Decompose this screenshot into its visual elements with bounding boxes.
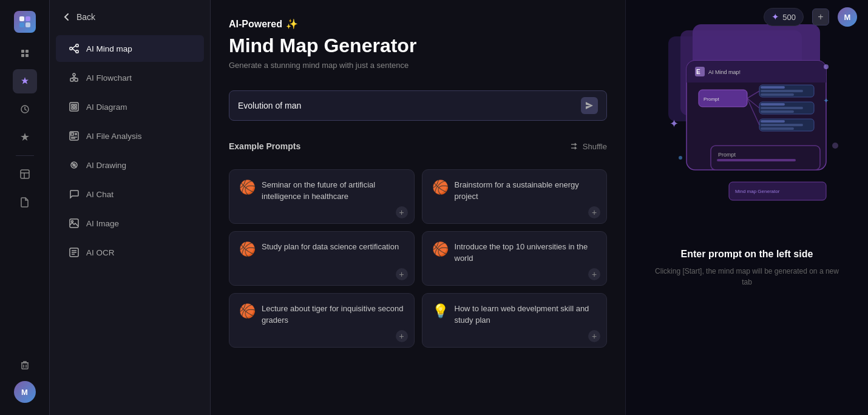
svg-text:Prompt: Prompt xyxy=(718,152,736,158)
nav-item-fileanalysis[interactable]: AI File Analysis xyxy=(56,123,204,149)
prompt-card-0[interactable]: 🏀 Seminar on the future of artificial in… xyxy=(229,169,415,224)
sidebar-icon-favorites[interactable] xyxy=(13,125,37,149)
svg-rect-58 xyxy=(761,86,785,89)
back-label: Back xyxy=(76,12,95,22)
svg-rect-15 xyxy=(70,47,72,50)
prompt-text-0: Seminar on the future of artificial inte… xyxy=(262,180,404,203)
back-button[interactable]: Back xyxy=(50,0,210,34)
nav-label-ocr: AI OCR xyxy=(86,248,115,257)
nav-item-diagram[interactable]: AI Diagram xyxy=(56,93,204,120)
nav-label-diagram: AI Diagram xyxy=(86,103,127,112)
prompt-text-4: Lecture about tiger for inquisitive seco… xyxy=(262,303,404,326)
prompt-card-2[interactable]: 🏀 Study plan for data science certificat… xyxy=(229,231,415,286)
image-icon xyxy=(68,217,80,229)
prompt-card-inner-4: 🏀 Lecture about tiger for inquisitive se… xyxy=(239,303,404,326)
svg-rect-4 xyxy=(21,50,24,53)
icon-bar: M xyxy=(0,0,50,415)
svg-rect-64 xyxy=(761,110,794,113)
topbar: ✦ 500 + M xyxy=(753,0,868,34)
nav-item-flowchart[interactable]: AI Flowchart xyxy=(56,64,204,91)
fileanalysis-icon xyxy=(68,130,80,142)
sidebar-icon-ai[interactable] xyxy=(13,69,37,93)
svg-text:✦: ✦ xyxy=(670,118,679,130)
prompt-text-5: How to learn web develpment skill and st… xyxy=(455,303,597,326)
shuffle-button[interactable]: Shuffle xyxy=(571,142,607,151)
svg-rect-30 xyxy=(75,107,76,109)
prompt-text-1: Brainstorm for a sustainable energy proj… xyxy=(455,180,597,203)
svg-text:✦: ✦ xyxy=(823,96,829,105)
svg-text:E: E xyxy=(696,69,700,75)
drawing-icon xyxy=(68,159,80,171)
nav-label-fileanalysis: AI File Analysis xyxy=(86,132,142,141)
page-header: AI-Powered ✨ Mind Map Generator Generate… xyxy=(229,18,607,81)
prompt-input[interactable] xyxy=(238,101,575,110)
nav-item-image[interactable]: AI Image xyxy=(56,210,204,237)
nav-item-ocr[interactable]: AI OCR xyxy=(56,239,204,266)
page-title: Mind Map Generator xyxy=(229,35,607,57)
prompt-card-1[interactable]: 🏀 Brainstorm for a sustainable energy pr… xyxy=(422,169,608,224)
svg-line-19 xyxy=(72,49,76,52)
shuffle-label: Shuffle xyxy=(583,142,607,151)
prompt-add-1[interactable]: + xyxy=(588,206,600,218)
prompt-card-inner-2: 🏀 Study plan for data science certificat… xyxy=(239,241,404,256)
prompt-add-0[interactable]: + xyxy=(396,206,408,218)
svg-rect-7 xyxy=(25,54,29,57)
svg-rect-51 xyxy=(687,75,826,83)
prompts-title: Example Prompts xyxy=(229,141,300,151)
prompt-emoji-0: 🏀 xyxy=(239,181,256,194)
ai-powered-text: AI-Powered xyxy=(229,19,282,30)
app-logo[interactable] xyxy=(14,11,36,33)
svg-text:Mind map Generator: Mind map Generator xyxy=(735,189,780,194)
svg-rect-60 xyxy=(761,93,794,96)
prompt-add-5[interactable]: + xyxy=(588,330,600,342)
token-count-display: ✦ 500 xyxy=(764,8,804,26)
input-row[interactable] xyxy=(229,90,607,121)
svg-rect-16 xyxy=(76,44,78,47)
sidebar-icon-history[interactable] xyxy=(13,97,37,121)
ocr-icon xyxy=(68,246,80,258)
svg-point-79 xyxy=(832,143,838,149)
svg-rect-5 xyxy=(25,50,29,53)
avatar[interactable]: M xyxy=(838,7,857,27)
prompt-add-4[interactable]: + xyxy=(396,330,408,342)
prompt-card-inner-1: 🏀 Brainstorm for a sustainable energy pr… xyxy=(432,180,597,203)
sidebar-avatar[interactable]: M xyxy=(14,381,36,403)
send-button[interactable] xyxy=(581,97,598,114)
nav-item-chat[interactable]: AI Chat xyxy=(56,181,204,208)
svg-rect-21 xyxy=(70,78,73,81)
mindmap-icon xyxy=(68,42,80,55)
svg-rect-26 xyxy=(70,103,78,111)
prompt-text-3: Introduce the top 10 universities in the… xyxy=(455,241,597,265)
svg-rect-6 xyxy=(21,54,24,57)
svg-rect-72 xyxy=(711,146,820,170)
nav-item-mindmap[interactable]: AI Mind map xyxy=(56,35,204,62)
prompt-card-5[interactable]: 💡 How to learn web develpment skill and … xyxy=(422,293,608,348)
chat-icon xyxy=(68,188,80,200)
right-panel-title: Enter prompt on the left side xyxy=(650,249,844,260)
svg-line-18 xyxy=(72,46,76,49)
prompt-card-3[interactable]: 🏀 Introduce the top 10 universities in t… xyxy=(422,231,608,286)
right-info: Enter prompt on the left side Clicking [… xyxy=(638,243,856,294)
right-illustration: E AI Mind map! Prompt Prompt xyxy=(638,12,856,243)
nav-item-drawing[interactable]: AI Drawing xyxy=(56,152,204,178)
plus-button[interactable]: + xyxy=(812,8,829,25)
left-nav: Back AI Mind map AI Flowchart AI Diagram… xyxy=(50,0,211,415)
sidebar-icon-trash[interactable] xyxy=(13,353,37,377)
avatar-initial: M xyxy=(844,13,851,22)
sidebar-icon-files[interactable] xyxy=(13,190,37,214)
prompt-card-4[interactable]: 🏀 Lecture about tiger for inquisitive se… xyxy=(229,293,415,348)
sidebar-icon-templates[interactable] xyxy=(13,162,37,186)
svg-rect-28 xyxy=(75,104,76,106)
prompt-emoji-5: 💡 xyxy=(432,305,449,318)
plus-icon: + xyxy=(818,12,823,22)
svg-rect-74 xyxy=(717,159,796,161)
prompt-add-3[interactable]: + xyxy=(588,268,600,280)
svg-point-20 xyxy=(73,73,75,76)
svg-rect-32 xyxy=(71,133,73,135)
nav-label-chat: AI Chat xyxy=(86,190,114,199)
sidebar-icon-new[interactable] xyxy=(13,41,37,66)
svg-rect-29 xyxy=(72,107,73,109)
svg-rect-2 xyxy=(19,22,24,27)
prompt-add-2[interactable]: + xyxy=(396,268,408,280)
prompts-grid: 🏀 Seminar on the future of artificial in… xyxy=(229,169,607,348)
